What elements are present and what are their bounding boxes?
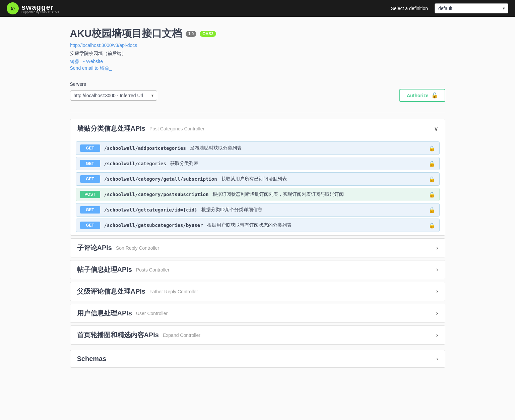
method-badge-get: GET bbox=[80, 144, 100, 152]
select-definition-label: Select a definition bbox=[391, 6, 428, 11]
endpoint-path: /schoolwall/getcategorie/id={cid} bbox=[104, 207, 197, 213]
servers-label: Servers bbox=[70, 81, 445, 87]
schemas-section: Schemas › bbox=[70, 350, 445, 368]
api-group-title-post-categories: 墙贴分类信息处理APIs Post Categories Controller bbox=[77, 124, 205, 133]
method-badge-get: GET bbox=[80, 160, 100, 167]
endpoint-row[interactable]: GET /schoolwall/category/getall/subscrip… bbox=[76, 172, 440, 186]
api-group-title-expand: 首页轮播图和精选内容APIs Expand Controller bbox=[77, 331, 201, 340]
logo-section: {/} swagger Supported by SMARTBEAR bbox=[7, 2, 59, 14]
api-groups-container: 墙贴分类信息处理APIs Post Categories Controller … bbox=[70, 119, 445, 347]
endpoint-desc: 发布墙贴时获取分类列表 bbox=[190, 145, 425, 151]
endpoint-desc: 根据用户ID获取带有订阅状态的分类列表 bbox=[207, 222, 425, 228]
api-group-sub-title: Son Reply Controller bbox=[116, 245, 159, 251]
endpoint-desc: 获取某用户所有已订阅墙贴列表 bbox=[221, 176, 425, 182]
server-select-wrapper[interactable]: http://localhost:3000 - Inferred Url bbox=[70, 91, 157, 101]
endpoint-path: /schoolwall/categories bbox=[104, 161, 166, 166]
brand-text-block: swagger Supported by SMARTBEAR bbox=[21, 3, 59, 14]
method-badge-get: GET bbox=[80, 206, 100, 214]
api-group-sub-title: Father Reply Controller bbox=[149, 289, 198, 294]
lock-icon: 🔒 bbox=[429, 176, 435, 182]
endpoint-desc: 根据订阅状态判断增删订阅列表，实现订阅列表订阅与取消订阅 bbox=[212, 191, 424, 197]
endpoint-path: /schoolwall/addpostcategories bbox=[104, 145, 186, 151]
endpoint-desc: 获取分类列表 bbox=[170, 161, 425, 167]
lock-icon: 🔒 bbox=[429, 207, 435, 213]
chevron-right-icon: › bbox=[436, 332, 438, 339]
chevron-right-icon: › bbox=[436, 288, 438, 295]
api-group-main-title: 帖子信息处理APIs bbox=[77, 265, 132, 274]
schemas-title: Schemas bbox=[77, 355, 107, 363]
api-group-header-posts[interactable]: 帖子信息处理APIs Posts Controller › bbox=[70, 260, 445, 279]
endpoint-path: /schoolwall/category/postsubscription bbox=[104, 192, 209, 197]
api-group-posts: 帖子信息处理APIs Posts Controller › bbox=[70, 260, 445, 279]
api-group-son-reply: 子评论APIs Son Reply Controller › bbox=[70, 238, 445, 257]
api-group-main-title: 墙贴分类信息处理APIs bbox=[77, 124, 145, 133]
api-group-user: 用户信息处理APIs User Controller › bbox=[70, 304, 445, 323]
chevron-right-icon: › bbox=[436, 355, 438, 362]
api-group-sub-title: Expand Controller bbox=[163, 333, 200, 338]
chevron-right-icon: › bbox=[436, 266, 438, 273]
chevron-right-icon: › bbox=[436, 310, 438, 317]
endpoint-path: /schoolwall/getsubcategories/byuser bbox=[104, 223, 203, 228]
api-group-title-user: 用户信息处理APIs User Controller bbox=[77, 309, 168, 318]
api-group-main-title: 父级评论信息处理APIs bbox=[77, 287, 145, 296]
main-divider bbox=[70, 112, 445, 112]
api-group-main-title: 首页轮播图和精选内容APIs bbox=[77, 331, 159, 340]
email-link[interactable]: Send email to 铸鼎_ bbox=[70, 65, 445, 71]
api-group-sub-title: User Controller bbox=[136, 311, 168, 316]
authorize-label: Authorize bbox=[407, 93, 429, 98]
main-content: AKU校园墙项目接口文档 1.0 OAS3 http://localhost:3… bbox=[57, 17, 459, 378]
method-badge-get: GET bbox=[80, 222, 100, 229]
oas-badge: OAS3 bbox=[200, 31, 216, 37]
api-url-link[interactable]: http://localhost:3000/v3/api-docs bbox=[70, 43, 445, 48]
endpoint-desc: 根据分类ID某个分类详细信息 bbox=[201, 207, 425, 213]
swagger-logo-icon: {/} bbox=[7, 2, 19, 14]
chevron-right-icon: › bbox=[436, 244, 438, 251]
servers-row: http://localhost:3000 - Inferred Url Aut… bbox=[70, 89, 445, 102]
api-group-header-father-reply[interactable]: 父级评论信息处理APIs Father Reply Controller › bbox=[70, 282, 445, 301]
method-badge-post: POST bbox=[80, 191, 100, 198]
authorize-button[interactable]: Authorize 🔓 bbox=[399, 89, 445, 102]
api-title-text: AKU校园墙项目接口文档 bbox=[70, 27, 182, 41]
lock-icon: 🔒 bbox=[429, 161, 435, 167]
api-endpoints-post-categories: GET /schoolwall/addpostcategories 发布墙贴时获… bbox=[70, 138, 445, 235]
lock-icon: 🔒 bbox=[429, 191, 435, 198]
api-group-header-son-reply[interactable]: 子评论APIs Son Reply Controller › bbox=[70, 239, 445, 257]
title-section: AKU校园墙项目接口文档 1.0 OAS3 http://localhost:3… bbox=[70, 27, 445, 71]
api-group-post-categories: 墙贴分类信息处理APIs Post Categories Controller … bbox=[70, 119, 445, 236]
api-group-main-title: 子评论APIs bbox=[77, 243, 112, 252]
chevron-down-icon: ∨ bbox=[434, 125, 438, 132]
api-group-title-son-reply: 子评论APIs Son Reply Controller bbox=[77, 243, 159, 252]
definition-select[interactable]: default bbox=[435, 3, 508, 13]
endpoint-row[interactable]: GET /schoolwall/getcategorie/id={cid} 根据… bbox=[76, 203, 440, 217]
endpoint-row[interactable]: GET /schoolwall/getsubcategories/byuser … bbox=[76, 219, 440, 232]
servers-section: Servers http://localhost:3000 - Inferred… bbox=[70, 81, 445, 102]
method-badge-get: GET bbox=[80, 175, 100, 183]
api-group-father-reply: 父级评论信息处理APIs Father Reply Controller › bbox=[70, 282, 445, 301]
schemas-header[interactable]: Schemas › bbox=[70, 350, 445, 367]
lock-icon: 🔒 bbox=[429, 145, 435, 152]
lock-icon: 🔒 bbox=[429, 222, 435, 229]
api-group-sub-title: Post Categories Controller bbox=[149, 126, 204, 131]
brand-sub: Supported by SMARTBEAR bbox=[21, 10, 59, 14]
top-navbar: {/} swagger Supported by SMARTBEAR Selec… bbox=[0, 0, 515, 17]
api-group-sub-title: Posts Controller bbox=[136, 267, 170, 273]
api-description: 安康学院校园墙（前后端） bbox=[70, 51, 445, 57]
logo-symbol: {/} bbox=[11, 6, 15, 10]
website-link[interactable]: 铸鼎_ - Website bbox=[70, 59, 445, 65]
api-group-header-post-categories[interactable]: 墙贴分类信息处理APIs Post Categories Controller … bbox=[70, 119, 445, 138]
server-select[interactable]: http://localhost:3000 - Inferred Url bbox=[70, 91, 157, 101]
definition-select-wrapper[interactable]: default bbox=[435, 3, 508, 13]
endpoint-row[interactable]: POST /schoolwall/category/postsubscripti… bbox=[76, 188, 440, 201]
api-title-row: AKU校园墙项目接口文档 1.0 OAS3 bbox=[70, 27, 445, 41]
authorize-lock-icon: 🔓 bbox=[431, 92, 438, 99]
header-right: Select a definition default bbox=[391, 3, 508, 13]
api-group-main-title: 用户信息处理APIs bbox=[77, 309, 132, 318]
api-group-title-father-reply: 父级评论信息处理APIs Father Reply Controller bbox=[77, 287, 198, 296]
endpoint-row[interactable]: GET /schoolwall/categories 获取分类列表 🔒 bbox=[76, 157, 440, 170]
api-group-title-posts: 帖子信息处理APIs Posts Controller bbox=[77, 265, 170, 274]
api-group-expand: 首页轮播图和精选内容APIs Expand Controller › bbox=[70, 325, 445, 345]
endpoint-row[interactable]: GET /schoolwall/addpostcategories 发布墙贴时获… bbox=[76, 141, 440, 155]
version-badge: 1.0 bbox=[186, 31, 197, 37]
api-group-header-expand[interactable]: 首页轮播图和精选内容APIs Expand Controller › bbox=[70, 326, 445, 344]
api-group-header-user[interactable]: 用户信息处理APIs User Controller › bbox=[70, 304, 445, 322]
